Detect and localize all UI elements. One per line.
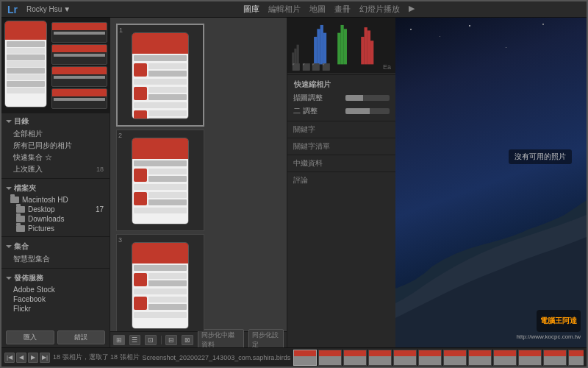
filmstrip-thumb-12[interactable] xyxy=(568,350,584,366)
slider-2[interactable]: 二 調整 xyxy=(287,105,395,118)
services-arrow xyxy=(6,277,12,280)
svg-rect-5 xyxy=(320,25,323,64)
grid-cell-3[interactable]: 3 xyxy=(116,234,204,331)
svg-rect-2 xyxy=(297,45,299,65)
slider-1-bar xyxy=(345,95,390,101)
folder-pictures[interactable]: Pictures xyxy=(1,224,110,233)
filmstrip-thumb-10[interactable] xyxy=(518,350,542,366)
grid-bottom-bar: ⊞ ☰ ⊡ ⊟ ⊠ 同步化中繼資料 同步化設定 xyxy=(110,331,287,347)
catalog-last-import[interactable]: 上次匯入 18 xyxy=(1,163,110,175)
quick-develop-header[interactable]: 快速縮相片 xyxy=(287,78,395,91)
nav-develop[interactable]: 編輯相片 xyxy=(268,4,301,15)
keywords-section[interactable]: 關鍵字 xyxy=(287,123,395,136)
collections-arrow xyxy=(6,245,12,248)
nav-book[interactable]: 畫冊 xyxy=(334,4,351,15)
catalog-synced-photos[interactable]: 所有已同步的相片 xyxy=(1,140,110,152)
filmstrip-thumb-1[interactable] xyxy=(293,350,317,366)
nav-library[interactable]: 圖庫 xyxy=(243,4,259,15)
catalog-all-photos[interactable]: 全部相片 xyxy=(1,128,110,140)
grid-cell-1[interactable]: 1 xyxy=(116,24,204,127)
smart-collections[interactable]: 智慧型集合 xyxy=(1,253,110,265)
filmstrip-status: 18 張相片，選取了 18 張相片 xyxy=(53,353,140,362)
filmstrip-thumb-8[interactable] xyxy=(468,350,492,366)
folders-arrow xyxy=(6,187,12,190)
filmstrip-bar: |◀ ◀ ▶ ▶| 18 張相片，選取了 18 張相片 Screenshot_2… xyxy=(1,347,587,367)
filmstrip-first-button[interactable]: |◀ xyxy=(4,353,15,363)
slider-2-fill xyxy=(345,108,370,114)
slider-1-fill xyxy=(345,95,363,101)
filmstrip-thumb-9[interactable] xyxy=(493,350,517,366)
svg-rect-12 xyxy=(368,30,370,64)
filmstrip-thumb-6[interactable] xyxy=(418,350,442,366)
people-view-button[interactable]: ⊠ xyxy=(182,335,193,345)
filmstrip-controls: |◀ ◀ ▶ ▶| xyxy=(4,353,50,363)
center-content: 1 xyxy=(110,18,287,347)
export-button[interactable]: 錯誤 xyxy=(57,330,106,344)
cell-number-1: 1 xyxy=(119,26,123,34)
main-thumbnail[interactable] xyxy=(1,18,110,113)
right-divider-3 xyxy=(287,138,395,138)
service-flickr[interactable]: Flickr xyxy=(1,304,110,314)
nav-slideshow[interactable]: 幻燈片播放 xyxy=(359,4,400,15)
filmstrip-thumb-3[interactable] xyxy=(343,350,367,366)
service-facebook[interactable]: Facebook xyxy=(1,294,110,304)
user-arrow: ▼ xyxy=(63,5,71,13)
loupe-view-button[interactable]: ☰ xyxy=(129,335,141,345)
compare-view-button[interactable]: ⊡ xyxy=(145,335,157,345)
filmstrip-thumb-11[interactable] xyxy=(543,350,567,366)
folder-icon xyxy=(16,206,25,213)
nav-arrow: ▶ xyxy=(409,4,415,15)
keyword-list-section[interactable]: 關鍵字清單 xyxy=(287,140,395,153)
histogram-rgb-label: ⬛ ⬛ ⬛ ⬛ xyxy=(292,63,330,71)
slider-2-bar xyxy=(345,108,390,114)
right-divider-1 xyxy=(287,74,395,75)
desktop-no-photos-label: 沒有可用的照片 xyxy=(509,149,572,164)
grid-row-2: 2 xyxy=(116,130,281,231)
catalog-header[interactable]: 目錄 xyxy=(1,115,110,128)
slider-1[interactable]: 擷圖調整 xyxy=(287,91,395,105)
grid-row-1: 1 xyxy=(116,24,281,127)
filmstrip-last-button[interactable]: ▶| xyxy=(40,353,50,363)
catalog-arrow xyxy=(6,120,12,123)
filmstrip-thumb-2[interactable] xyxy=(318,350,342,366)
sidebar-right: ⬛ ⬛ ⬛ ⬛ Ea 快速縮相片 擷圖調整 二 調整 xyxy=(287,18,395,347)
sync-metadata-button[interactable]: 同步化中繼資料 xyxy=(198,329,244,348)
svg-rect-9 xyxy=(344,29,347,64)
svg-rect-11 xyxy=(365,27,368,64)
menu-nav: 圖庫 編輯相片 地圖 畫冊 幻燈片播放 ▶ xyxy=(76,4,581,15)
main-area: 目錄 全部相片 所有已同步的相片 快速集合 ☆ 上次匯入 18 xyxy=(1,18,587,347)
nav-map[interactable]: 地圖 xyxy=(309,4,326,15)
grid-view-button[interactable]: ⊞ xyxy=(113,335,125,345)
filmstrip-prev-button[interactable]: ◀ xyxy=(16,353,26,363)
service-adobe-stock[interactable]: Adobe Stock xyxy=(1,285,110,294)
metadata-section[interactable]: 中繼資料 xyxy=(287,157,395,170)
watermark-logo: 電腦王阿達 xyxy=(537,310,581,332)
histogram-info: Ea xyxy=(383,63,391,71)
cell-number-2: 2 xyxy=(118,132,122,139)
filmstrip-thumbs xyxy=(293,350,584,366)
services-header[interactable]: 發佈服務 xyxy=(1,272,110,285)
collections-header[interactable]: 集合 xyxy=(1,240,110,253)
right-divider-2 xyxy=(287,121,395,121)
services-section: 發佈服務 Adobe Stock Facebook Flickr xyxy=(1,270,110,315)
comments-section[interactable]: 評論 xyxy=(287,174,395,187)
grid-cell-2[interactable]: 2 xyxy=(116,130,204,231)
folder-icon xyxy=(16,225,25,232)
filmstrip-thumb-7[interactable] xyxy=(443,350,467,366)
survey-view-button[interactable]: ⊟ xyxy=(165,335,177,345)
folder-icon xyxy=(10,197,19,203)
catalog-quick-collection[interactable]: 快速集合 ☆ xyxy=(1,152,110,163)
right-divider-5 xyxy=(287,171,395,172)
collections-section: 集合 智慧型集合 xyxy=(1,238,110,266)
filmstrip-next-button[interactable]: ▶ xyxy=(28,353,38,363)
svg-rect-3 xyxy=(314,37,317,64)
catalog-title: 目錄 xyxy=(14,116,29,127)
menu-user[interactable]: Rocky Hsu ▼ xyxy=(26,5,71,13)
sync-settings-button[interactable]: 同步化設定 xyxy=(248,329,284,348)
folders-header[interactable]: 檔案夾 xyxy=(1,182,110,195)
import-button[interactable]: 匯入 xyxy=(6,330,54,344)
user-name: Rocky Hsu xyxy=(26,5,62,13)
filmstrip-thumb-4[interactable] xyxy=(368,350,392,366)
filmstrip-thumb-5[interactable] xyxy=(393,350,417,366)
sidebar-left: 目錄 全部相片 所有已同步的相片 快速集合 ☆ 上次匯入 18 xyxy=(1,18,110,347)
